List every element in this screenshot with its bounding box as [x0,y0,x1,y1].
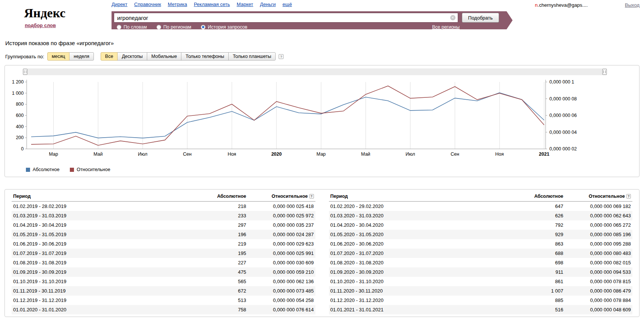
device-tab-all[interactable]: Все [101,52,118,61]
mode-label: По словам [124,24,147,30]
mode-by-words[interactable]: По словам [117,24,147,30]
cell-relative: 0,000 000 086 479 [565,286,632,296]
cell-relative: 0,000 000 024 287 [248,230,315,239]
cell-absolute: 516 [516,305,565,314]
table-row: 01.06.2020 - 30.06.20208630,000 000 095 … [329,239,633,249]
table-row: 01.07.2019 - 31.07.20191950,000 000 025 … [12,249,315,258]
col-period: Период [12,191,199,202]
legend-item-absolute: Абсолютное [26,167,59,172]
cell-relative: 0,000 000 080 483 [565,249,632,258]
logout-link[interactable]: Выход [625,2,639,8]
slider-handle-left-icon[interactable] [23,69,27,75]
cell-absolute: 885 [516,296,565,305]
nav-link-ad-network[interactable]: Рекламная сеть [194,2,230,7]
svg-text:1 200: 1 200 [12,79,24,85]
account-email[interactable]: n.chernysheva@gaps.... [535,2,588,8]
legend-item-relative: Относительное [70,167,110,172]
nav-link-money[interactable]: Деньги [260,2,276,7]
table-row: 01.04.2020 - 30.04.20207920,000 000 065 … [329,220,633,230]
cell-period: 01.05.2019 - 31.05.2019 [12,230,199,239]
table-row: 01.03.2019 - 31.03.20192330,000 000 025 … [12,211,315,220]
wordstat-home-link[interactable]: подбор слов [25,23,56,28]
cell-period: 01.05.2020 - 31.05.2020 [329,230,516,239]
table-row: 01.01.2021 - 31.01.20215160,000 000 048 … [329,305,633,314]
svg-text:Ноя: Ноя [495,152,504,157]
group-by-week[interactable]: неделя [69,52,94,61]
cell-period: 01.07.2019 - 31.07.2019 [12,249,199,258]
legend-label: Относительное [77,167,110,172]
device-tabs: ВсеДесктопыМобильныеТолько телефоныТольк… [101,52,276,61]
help-icon[interactable]: ? [279,54,284,59]
slider-handle-right-icon[interactable] [602,69,607,75]
device-tab-desktops[interactable]: Десктопы [117,52,147,61]
svg-text:400: 400 [16,124,24,129]
col-relative: Относительное? [248,191,315,202]
cell-period: 01.09.2019 - 30.09.2019 [12,267,199,277]
cell-absolute: 195 [199,249,248,258]
cell-relative: 0,000 000 025 418 [248,202,315,211]
mode-label: По регионам [163,24,191,30]
mode-query-history[interactable]: История запросов [201,24,247,30]
svg-text:0,000 000 02: 0,000 000 02 [549,146,577,152]
cell-absolute: 219 [199,239,248,249]
cell-relative: 0,000 000 025 972 [248,211,315,220]
col-period: Период [329,191,516,202]
svg-text:2020: 2020 [271,152,282,157]
cell-period: 01.02.2019 - 28.02.2019 [12,202,199,211]
svg-text:Июл: Июл [406,152,415,157]
cell-period: 01.04.2019 - 30.04.2019 [12,220,199,230]
nav-link-market[interactable]: Маркет [237,2,253,7]
group-by-month[interactable]: месяц [47,52,70,61]
cell-relative: 0,000 000 062 643 [565,211,632,220]
table-row: 01.07.2020 - 31.07.20206880,000 000 080 … [329,249,633,258]
cell-absolute: 297 [199,220,248,230]
mode-by-regions[interactable]: По регионам [157,24,191,30]
cell-absolute: 626 [516,211,565,220]
cell-absolute: 227 [199,258,248,267]
submit-button[interactable]: Подобрать [462,13,499,23]
device-tab-mobile[interactable]: Мобильные [147,52,181,61]
cell-period: 01.09.2020 - 30.09.2020 [329,267,516,277]
help-icon[interactable]: ? [309,194,314,199]
cell-absolute: 758 [199,305,248,314]
cell-period: 01.12.2019 - 31.12.2019 [12,296,199,305]
device-tab-tablets-only[interactable]: Только планшеты [228,52,276,61]
yandex-logo[interactable]: Яндекс [24,6,65,20]
cell-relative: 0,000 000 065 272 [565,220,632,230]
cell-relative: 0,000 000 078 884 [565,296,632,305]
clear-input-icon[interactable]: ✕ [450,15,455,20]
topbar: Яндекс подбор слов ДиректСправочникМетри… [0,0,644,36]
cell-relative: 0,000 000 059 210 [248,267,315,277]
help-icon[interactable]: ? [626,194,631,199]
svg-text:Мар: Мар [49,152,58,157]
nav-link-metrika[interactable]: Метрика [168,2,187,7]
cell-absolute: 475 [199,267,248,277]
history-table-left: Период Абсолютное Относительное? 01.02.2… [5,191,322,314]
mode-row: По словамПо регионамИстория запросов Все… [114,24,510,30]
cell-relative: 0,000 000 035 237 [248,220,315,230]
group-by-label: Группировать по: [5,54,44,59]
legend-swatch-icon [26,168,30,172]
svg-text:600: 600 [16,113,24,118]
cell-period: 01.03.2019 - 31.03.2019 [12,211,199,220]
col-absolute: Абсолютное [199,191,248,202]
search-input[interactable] [114,13,458,23]
cell-absolute: 792 [516,220,565,230]
cell-absolute: 565 [199,277,248,286]
cell-absolute: 672 [199,286,248,296]
col-absolute: Абсолютное [516,191,565,202]
cell-absolute: 196 [199,230,248,239]
range-slider-track[interactable] [23,68,607,75]
device-tab-phones-only[interactable]: Только телефоны [181,52,229,61]
all-regions-link[interactable]: Все регионы [432,24,460,30]
cell-relative: 0,000 000 082 015 [565,258,632,267]
table-row: 01.04.2019 - 30.04.20192970,000 000 035 … [12,220,315,230]
cell-absolute: 513 [199,296,248,305]
nav-link-direct[interactable]: Директ [112,2,127,7]
table-row: 01.11.2020 - 30.11.20201 0070,000 000 08… [329,286,633,296]
nav-link-spravochnik[interactable]: Справочник [134,2,161,7]
nav-link-more[interactable]: ещё [282,2,292,7]
cell-period: 01.03.2020 - 31.03.2020 [329,211,516,220]
svg-text:0: 0 [21,146,24,152]
cell-period: 01.01.2020 - 31.01.2020 [12,305,199,314]
